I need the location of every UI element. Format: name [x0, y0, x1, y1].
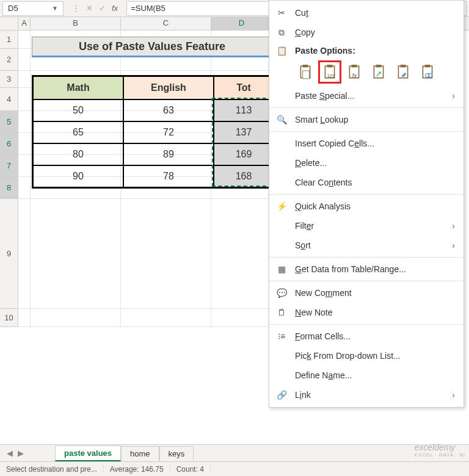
search-icon: 🔍: [275, 114, 288, 126]
menu-label: Sort: [295, 240, 311, 250]
menu-separator: [269, 131, 464, 132]
table-header-math[interactable]: Math: [33, 76, 123, 99]
menu-format-cells[interactable]: ⁝≡ Format Cells...: [269, 326, 464, 346]
row-header[interactable]: 6: [0, 133, 18, 155]
comment-icon: 💬: [275, 287, 288, 299]
menu-link[interactable]: 🔗 Link ›: [269, 385, 464, 405]
menu-label: Cut: [295, 8, 308, 18]
quick-analysis-icon: ⚡: [275, 200, 288, 212]
menu-smart-lookup[interactable]: 🔍 Smart Lookup: [269, 110, 464, 129]
table-icon: ▦: [275, 263, 288, 275]
menu-insert-copied[interactable]: Insert Copied Cells...: [269, 134, 464, 153]
row-header[interactable]: 5: [0, 111, 18, 133]
cell[interactable]: 89: [123, 143, 214, 165]
status-message: Select destination and pre...: [0, 465, 104, 474]
menu-cut[interactable]: ✂ Cut: [269, 3, 464, 23]
cell[interactable]: 63: [123, 99, 214, 121]
paste-link-button[interactable]: [417, 62, 438, 82]
tab-nav-arrows[interactable]: ◀▶: [5, 449, 26, 458]
menu-label: New Note: [295, 308, 332, 317]
sheet-tabs: ◀▶ paste values home keys: [0, 444, 469, 461]
cell[interactable]: 65: [33, 121, 123, 143]
menu-copy[interactable]: ⧉ Copy: [269, 23, 464, 42]
link-icon: 🔗: [275, 389, 288, 401]
tab-paste-values[interactable]: paste values: [55, 445, 121, 461]
menu-new-comment[interactable]: 💬 New Comment: [269, 283, 464, 303]
col-header-B[interactable]: B: [31, 17, 121, 30]
chevron-right-icon: ›: [452, 221, 455, 231]
chevron-down-icon[interactable]: ▼: [52, 5, 58, 12]
menu-get-data[interactable]: ▦ Get Data from Table/Range...: [269, 259, 464, 279]
row-header[interactable]: 4: [0, 88, 18, 111]
menu-separator: [269, 324, 464, 325]
row-header[interactable]: 8: [0, 177, 18, 199]
paste-formulas-button[interactable]: fx: [344, 62, 365, 82]
menu-delete[interactable]: Delete...: [269, 153, 464, 173]
fx-icon[interactable]: fx: [112, 4, 118, 13]
svg-point-16: [428, 73, 432, 78]
paste-values-button[interactable]: 123: [319, 62, 340, 82]
svg-text:123: 123: [327, 73, 335, 79]
paste-transpose-button[interactable]: [368, 62, 389, 82]
sheet-title: Use of Paste Values Feature: [32, 37, 272, 57]
svg-rect-1: [303, 65, 308, 67]
svg-text:fx: fx: [352, 72, 358, 79]
cell[interactable]: 90: [33, 165, 123, 187]
status-count: Count: 4: [170, 465, 211, 474]
menu-label: Clear Contents: [295, 178, 352, 187]
menu-quick-analysis[interactable]: ⚡ Quick Analysis: [269, 197, 464, 216]
cancel-formula-icon[interactable]: ✕: [86, 4, 93, 13]
row-header[interactable]: 3: [0, 71, 18, 88]
menu-label: Delete...: [295, 158, 327, 168]
menu-label: Link: [295, 390, 311, 400]
row-header[interactable]: 10: [0, 309, 18, 327]
row-header[interactable]: 9: [0, 199, 18, 309]
select-all-corner[interactable]: [0, 17, 18, 30]
table-header-english[interactable]: English: [123, 76, 214, 99]
svg-rect-10: [376, 65, 382, 67]
tab-home[interactable]: home: [121, 446, 159, 461]
cell[interactable]: 113: [214, 99, 274, 121]
menu-label: Define Name...: [295, 370, 352, 380]
row-header[interactable]: 7: [0, 155, 18, 177]
menu-label: Paste Options:: [295, 46, 355, 56]
paste-button[interactable]: [295, 62, 316, 82]
accept-formula-icon[interactable]: ✓: [99, 4, 106, 13]
menu-define-name[interactable]: Define Name...: [269, 366, 464, 385]
menu-paste-special[interactable]: Paste Special... ›: [269, 86, 464, 106]
menu-pick-list[interactable]: Pick From Drop-down List...: [269, 346, 464, 366]
context-menu: ✂ Cut ⧉ Copy 📋 Paste Options: 123 fx Pas…: [269, 0, 464, 408]
cell[interactable]: 169: [214, 143, 274, 165]
row-header[interactable]: 1: [0, 31, 18, 49]
name-box-value: D5: [8, 4, 18, 13]
svg-rect-4: [327, 65, 333, 67]
paste-formatting-button[interactable]: [393, 62, 413, 82]
cell[interactable]: 50: [33, 99, 123, 121]
menu-clear-contents[interactable]: Clear Contents: [269, 173, 464, 192]
clipboard-icon: 📋: [275, 45, 288, 57]
row-header[interactable]: 2: [0, 49, 18, 71]
menu-label: Get Data from Table/Range...: [295, 264, 406, 274]
col-header-D[interactable]: D: [211, 17, 272, 30]
formula-value: =SUM(B5: [131, 4, 165, 13]
name-box[interactable]: D5 ▼: [2, 1, 64, 16]
svg-rect-7: [352, 65, 357, 67]
table-header-total[interactable]: Tot: [214, 76, 274, 99]
menu-separator: [269, 194, 464, 195]
cell[interactable]: 80: [33, 143, 123, 165]
paste-options-row: 123 fx: [269, 59, 464, 86]
svg-rect-13: [423, 66, 432, 78]
menu-separator: [269, 281, 464, 281]
menu-new-note[interactable]: 🗒 New Note: [269, 303, 464, 322]
tab-keys[interactable]: keys: [159, 446, 194, 461]
menu-filter[interactable]: Filter ›: [269, 216, 464, 236]
cell[interactable]: 78: [123, 165, 214, 187]
cell[interactable]: 168: [214, 165, 274, 187]
cell[interactable]: 137: [214, 121, 274, 143]
col-header-C[interactable]: C: [121, 17, 211, 30]
cell[interactable]: 72: [123, 121, 214, 143]
col-header-A[interactable]: A: [18, 17, 31, 30]
copy-icon: ⧉: [275, 26, 288, 38]
menu-label: Copy: [295, 27, 315, 37]
menu-sort[interactable]: Sort ›: [269, 236, 464, 255]
